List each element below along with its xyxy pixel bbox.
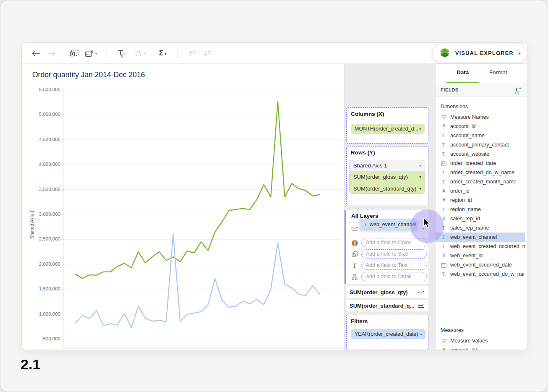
field-name: region_name — [450, 206, 481, 212]
sort-ascending-button[interactable] — [186, 48, 198, 59]
text-shelf-row: T Add a field to Text — [346, 260, 428, 271]
field-item-region_name[interactable]: Tregion_name — [436, 205, 525, 214]
field-item-web_event_id[interactable]: #web_event_id — [436, 251, 525, 260]
add-calculated-field-button[interactable]: fx+ — [515, 86, 522, 94]
sort-ascending-icon — [188, 50, 196, 57]
sort-descending-icon — [204, 50, 211, 57]
line-mark-icon — [418, 303, 425, 308]
text-icon: T — [351, 262, 358, 269]
layer-row-gloss[interactable]: SUM(order_gloss_qty) — [346, 286, 428, 298]
shared-axis-pill[interactable]: Shared Axis 1 ▾ — [350, 160, 425, 171]
number-icon: # — [441, 197, 447, 203]
dragged-field-chip[interactable]: T web_event_channel — [360, 219, 417, 230]
measure-names-icon: T — [441, 115, 447, 120]
measure-values-icon: # — [441, 338, 447, 344]
chevron-down-icon: ▾ — [518, 51, 521, 56]
swap-axes-button[interactable] — [115, 48, 127, 59]
toolbar-divider — [107, 47, 107, 59]
dimensions-label: Dimensions — [441, 104, 468, 110]
chart-plot[interactable] — [22, 64, 344, 350]
field-name: account_lat — [450, 347, 477, 350]
text-icon: T — [441, 170, 447, 176]
columns-shelf-title: Columns (X) — [351, 111, 384, 117]
field-name: region_id — [450, 197, 472, 203]
field-item-web_event_occurred_do_w_name[interactable]: Tweb_event_occurred_do_w_name — [436, 269, 525, 279]
field-item-web_event_occurred_date[interactable]: web_event_occurred_date — [436, 260, 525, 269]
field-name: order_id — [450, 188, 470, 194]
columns-shelf: Columns (X) MONTH(order_created_d... ▾ — [346, 107, 428, 144]
date-icon — [441, 161, 447, 166]
aggregate-button[interactable]: Σ ▾ — [154, 48, 171, 59]
line-mark-icon — [351, 226, 359, 231]
field-item-order_created_do_w_name[interactable]: Torder_created_do_w_name — [436, 168, 525, 177]
tab-format[interactable]: Format — [489, 69, 507, 76]
detail-drop-target[interactable]: Add a field to Detail — [361, 272, 427, 281]
number-icon: # — [441, 253, 447, 259]
filter-pill[interactable]: YEAR(order_created_date) ▾ — [351, 329, 425, 339]
field-item-account_name[interactable]: Taccount_name — [436, 131, 525, 140]
detail-icon — [351, 273, 358, 281]
shared-axis-measures: SUM(order_gloss_qty) ▾ SUM(order_standar… — [350, 171, 425, 194]
caret-down-icon: ▾ — [419, 186, 421, 191]
field-item-account_primary_contact[interactable]: Taccount_primary_contact — [436, 140, 525, 149]
detail-shelf-row: Add a field to Detail — [346, 271, 428, 282]
rows-shelf-title: Rows (Y) — [351, 149, 375, 156]
field-item-account_lat[interactable]: #account_lat — [436, 345, 525, 350]
caret-down-icon: ▾ — [144, 51, 146, 56]
field-item-account_website[interactable]: Taccount_website — [436, 149, 525, 159]
duplicate-card-icon — [70, 50, 79, 57]
field-item-sales_rep_name[interactable]: Tsales_rep_name — [436, 223, 525, 233]
swap-axes-icon — [117, 49, 125, 57]
remove-card-button[interactable]: ▾ — [83, 48, 99, 59]
field-item-sales_rep_id[interactable]: #sales_rep_id — [436, 214, 525, 223]
field-item-region_id[interactable]: #region_id — [436, 196, 525, 205]
bar-size-button[interactable]: ▾ — [132, 48, 149, 59]
size-shelf-row: Add a field to Size — [346, 248, 428, 260]
line-mark-icon — [418, 290, 425, 295]
field-item-order_created_month_name[interactable]: Torder_created_month_name — [436, 177, 525, 186]
chart-panel: Order quantity Jan 2014-Dec 2016 Shared … — [22, 64, 344, 350]
back-button[interactable] — [30, 48, 42, 59]
duplicate-card-button[interactable] — [69, 48, 80, 59]
caret-down-icon: ▾ — [95, 51, 97, 56]
size-drop-target[interactable]: Add a field to Size — [361, 249, 427, 259]
text-icon: T — [364, 221, 367, 228]
field-name: account_id — [450, 123, 475, 129]
tab-data[interactable]: Data — [457, 69, 469, 76]
forward-button[interactable] — [45, 48, 57, 59]
fields-header: FIELDS fx+ — [436, 83, 527, 97]
visual-explorer-menu-button[interactable]: VISUAL EXPLORER ▾ — [432, 44, 527, 63]
field-name: order_created_month_name — [450, 179, 517, 185]
text-icon: T — [441, 234, 447, 240]
sort-descending-button[interactable] — [201, 48, 213, 59]
caret-down-icon: ▾ — [419, 163, 421, 168]
text-drop-target[interactable]: Add a field to Text — [361, 261, 427, 270]
sigma-icon: Σ — [159, 49, 163, 57]
caret-down-icon: ▾ — [420, 332, 422, 337]
field-item-Measure-Names[interactable]: TMeasure Names — [436, 112, 525, 122]
field-name: web_event_id — [450, 253, 483, 259]
text-icon: T — [441, 271, 447, 277]
date-icon — [441, 262, 447, 268]
all-layers-title: All Layers — [351, 213, 378, 219]
field-item-Measure-Values[interactable]: #Measure Values — [436, 336, 525, 345]
columns-pill[interactable]: MONTH(order_created_d... ▾ — [351, 124, 425, 134]
field-item-account_id[interactable]: #account_id — [436, 122, 525, 131]
slide-number: 2.1 — [21, 356, 40, 373]
field-name: Measure Names — [450, 114, 489, 120]
field-name: account_primary_contact — [450, 142, 509, 148]
layer-row-standard[interactable]: SUM(order_standard_q... — [346, 300, 428, 311]
back-arrow-icon — [32, 50, 40, 56]
field-item-order_id[interactable]: #order_id — [436, 186, 525, 196]
field-name: order_created_date — [450, 160, 496, 166]
field-name: Measure Values — [450, 338, 488, 344]
text-icon: T — [441, 151, 447, 157]
field-item-web_event_created_occurred_na-[interactable]: Tweb_event_created_occurred_na... — [436, 242, 525, 251]
field-name: web_event_occurred_do_w_name — [450, 271, 525, 277]
rows-pill-standard[interactable]: SUM(order_standard_qty) ▾ — [350, 183, 425, 194]
field-item-order_created_date[interactable]: order_created_date — [436, 159, 525, 168]
rows-pill-gloss[interactable]: SUM(order_gloss_qty) ▾ — [350, 171, 425, 183]
field-item-web_event_channel[interactable]: Tweb_event_channel — [436, 233, 525, 242]
caret-down-icon: ▾ — [164, 51, 167, 56]
brand-label: VISUAL EXPLORER — [455, 50, 514, 56]
